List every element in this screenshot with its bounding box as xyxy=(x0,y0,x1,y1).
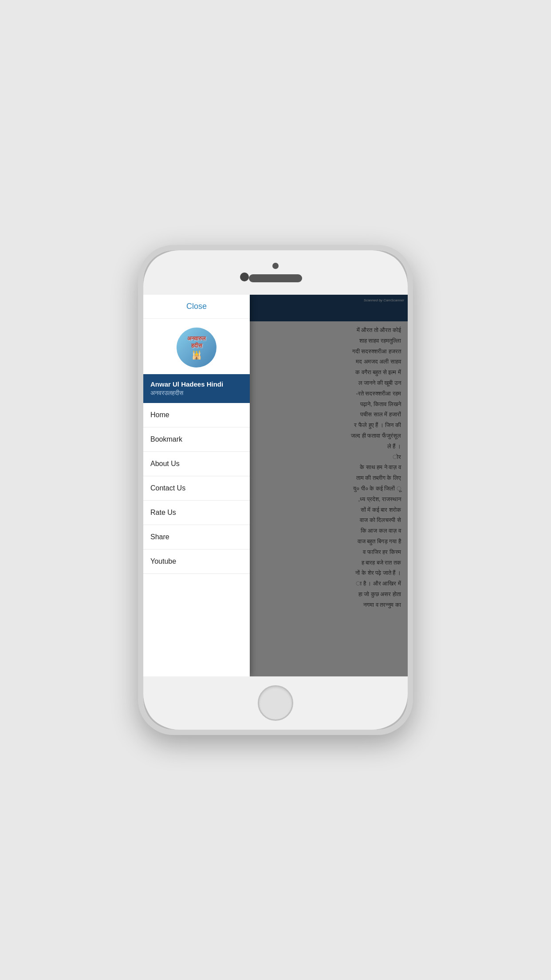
close-button-row: Close xyxy=(143,295,250,319)
phone-frame: ल हदीस Scanned by CamScanner में औरत तो … xyxy=(138,245,413,735)
speaker-bar xyxy=(249,274,302,282)
app-name-hindi: अनवरउलहदीस xyxy=(150,389,243,397)
logo-inner: अनवारुल हदीस 🕌 xyxy=(187,335,206,360)
camera-dot xyxy=(272,263,279,269)
menu-item-youtube[interactable]: Youtube xyxy=(143,549,250,574)
app-name-banner: Anwar Ul Hadees Hindi अनवरउलहदीस xyxy=(143,374,250,403)
menu-item-share[interactable]: Share xyxy=(143,525,250,549)
logo-row: अनवारुल हदीस 🕌 xyxy=(143,319,250,374)
menu-item-home[interactable]: Home xyxy=(143,403,250,427)
app-name-english: Anwar Ul Hadees Hindi xyxy=(150,380,243,388)
menu-item-bookmark[interactable]: Bookmark xyxy=(143,427,250,452)
drawer: Close अनवारुल हदीस 🕌 Anwar Ul Hadees Hin… xyxy=(143,295,250,676)
close-button[interactable]: Close xyxy=(186,302,207,311)
phone-bottom-bar xyxy=(143,676,408,730)
screen: ल हदीस Scanned by CamScanner में औरत तो … xyxy=(143,295,408,676)
logo-text-line2: हदीस xyxy=(187,342,206,349)
menu-item-about-us[interactable]: About Us xyxy=(143,452,250,476)
logo-text-line1: अनवारुल xyxy=(187,335,206,342)
phone-top-bar xyxy=(143,250,408,295)
home-button[interactable] xyxy=(258,685,293,721)
app-logo: अनवारुल हदीस 🕌 xyxy=(177,328,216,368)
front-camera xyxy=(240,273,249,281)
menu-item-contact-us[interactable]: Contact Us xyxy=(143,476,250,501)
dim-overlay[interactable] xyxy=(250,295,408,676)
menu-item-rate-us[interactable]: Rate Us xyxy=(143,501,250,525)
mosque-icon: 🕌 xyxy=(187,350,206,360)
menu-list: HomeBookmarkAbout UsContact UsRate UsSha… xyxy=(143,403,250,676)
